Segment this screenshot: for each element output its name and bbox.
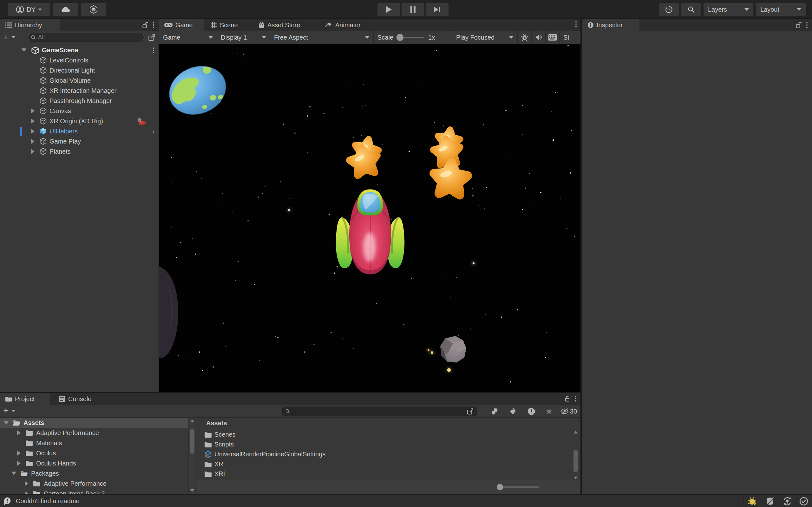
hierarchy-item-passthrough-manager[interactable]: Passthrough Manager [0,96,159,106]
status-message[interactable]: Couldn't find a readme [16,498,80,505]
debug-toggle-button[interactable] [518,31,531,44]
tab-game[interactable]: Game [159,19,204,31]
hierarchy-search-input[interactable] [38,34,141,41]
thumbnail-zoom-slider[interactable] [498,487,539,488]
scene-icon [31,46,39,55]
tab-inspector[interactable]: Inspector [582,19,640,31]
layers-dropdown[interactable]: Layers [704,3,753,16]
progress-status-button[interactable] [799,497,809,506]
hierarchy-item-directional-light[interactable]: Directional Light [0,65,159,75]
hierarchy-item-canvas[interactable]: Canvas [0,106,159,116]
camera-gear-icon [136,117,146,125]
vsync-toggle-button[interactable] [546,31,560,44]
disclosure-arrow-icon[interactable] [31,139,35,144]
unlock-icon[interactable] [796,21,802,29]
panel-menu-icon[interactable] [575,396,576,401]
chevron-down-icon [11,410,15,412]
tab-project[interactable]: Project [0,393,50,405]
project-tree-item-materials[interactable]: Materials [0,438,189,448]
disclosure-arrow-icon[interactable] [17,461,20,466]
project-tree-item-cartoon-items-pack-2[interactable]: Cartoon Items Pack 2 [0,489,189,494]
panel-menu-icon[interactable] [806,22,808,28]
disclosure-arrow-icon[interactable] [21,49,27,52]
asset-list-item-xri[interactable]: XRI [197,469,580,479]
project-tree-item-adaptive-performance[interactable]: Adaptive Performance [0,428,189,438]
version-control-button[interactable]: D [81,3,106,16]
debugger-attach-button[interactable] [747,497,757,506]
disclosure-arrow-icon[interactable] [25,491,28,494]
hierarchy-item-uihelpers[interactable]: UIHelpers› [0,126,159,136]
pause-button[interactable] [402,3,424,16]
mute-audio-button[interactable] [531,31,546,44]
asset-list-item-xr[interactable]: XR [197,459,580,469]
zoom-slider-thumb[interactable] [497,484,503,490]
hierarchy-search[interactable] [28,33,144,42]
hierarchy-scene-row[interactable]: GameScene [0,45,159,55]
disclosure-arrow-icon[interactable] [4,421,9,425]
hierarchy-item-game-play[interactable]: Game Play [0,136,159,147]
layout-dropdown[interactable]: Layout [756,3,806,16]
tree-scrollbar[interactable] [189,418,195,494]
search-everything-button[interactable] [681,3,701,16]
cache-server-button[interactable] [765,497,775,506]
play-button[interactable] [377,3,400,16]
search-by-type-button[interactable] [487,406,502,416]
open-search-window-icon[interactable] [467,407,474,415]
auto-refresh-button[interactable] [782,497,792,506]
disclosure-arrow-icon[interactable] [31,108,35,113]
hidden-items-button[interactable]: 30 [557,406,580,416]
disclosure-arrow-icon[interactable] [31,118,35,124]
asset-list-item-scenes[interactable]: Scenes [197,430,580,440]
project-tree-item-adaptive-performance[interactable]: Adaptive Performance [0,478,189,489]
disclosure-arrow-icon[interactable] [31,149,35,154]
list-scrollbar[interactable] [572,430,579,480]
open-search-window-icon[interactable] [148,33,156,42]
asset-list-item-scripts[interactable]: Scripts [197,440,580,449]
project-search[interactable] [282,406,477,416]
step-button[interactable] [426,3,449,16]
game-view-mode-dropdown[interactable]: Game [159,31,217,44]
play-focused-dropdown[interactable]: Play Focused [452,31,518,44]
disclosure-arrow-icon[interactable] [17,451,20,456]
undo-history-button[interactable] [659,3,679,16]
project-tree-item-oculus[interactable]: Oculus [0,448,189,458]
disclosure-arrow-icon[interactable] [25,481,28,486]
tab-scene[interactable]: Scene [206,19,250,31]
unlock-icon[interactable] [142,21,148,29]
aspect-ratio-dropdown[interactable]: Free Aspect [270,31,374,44]
favorites-button[interactable]: ★ [541,406,557,416]
search-by-importance-button[interactable] [523,406,539,416]
hierarchy-item-planets[interactable]: Planets [0,147,159,157]
row-menu-icon[interactable] [153,48,154,53]
account-button[interactable]: DY [8,3,50,16]
disclosure-arrow-icon[interactable] [11,472,16,475]
asset-list-item-universalrenderpipelineglobalsettings[interactable]: UniversalRenderPipelineGlobalSettings [197,449,580,459]
prefab-open-chevron-icon[interactable]: › [152,127,155,136]
cloud-services-button[interactable] [53,3,78,16]
tab-console[interactable]: Console [54,393,105,405]
project-tree-item-packages[interactable]: Packages [0,468,189,478]
hierarchy-item-levelcontrols[interactable]: LevelControls [0,55,159,65]
lock-icon[interactable] [565,395,570,402]
panel-menu-icon[interactable] [153,22,154,28]
hierarchy-item-global-volume[interactable]: Global Volume [0,75,159,86]
project-tree-item-assets[interactable]: Assets [0,418,189,428]
disclosure-arrow-icon[interactable] [17,430,20,435]
panel-menu-icon[interactable] [575,21,577,27]
scale-slider[interactable] [397,37,424,38]
hierarchy-item-xr-origin-xr-rig-[interactable]: XR Origin (XR Rig) [0,116,159,126]
scale-slider-thumb[interactable] [397,34,403,41]
stats-button[interactable]: St [560,31,572,44]
game-viewport[interactable] [159,44,580,392]
create-object-button[interactable]: + [3,33,15,41]
project-tree-item-oculus-hands[interactable]: Oculus Hands [0,458,189,468]
hierarchy-item-xr-interaction-manager[interactable]: XR Interaction Manager [0,86,159,96]
search-by-label-button[interactable] [505,406,521,416]
project-search-input[interactable] [292,408,465,415]
tab-asset-store[interactable]: Asset Store [253,19,316,31]
display-dropdown[interactable]: Display 1 [217,31,270,44]
disclosure-arrow-icon[interactable] [31,129,35,134]
tab-hierarchy[interactable]: Hierarchy [0,19,60,31]
create-asset-button[interactable]: + [3,406,15,415]
tab-animator[interactable]: Animator [320,19,377,31]
